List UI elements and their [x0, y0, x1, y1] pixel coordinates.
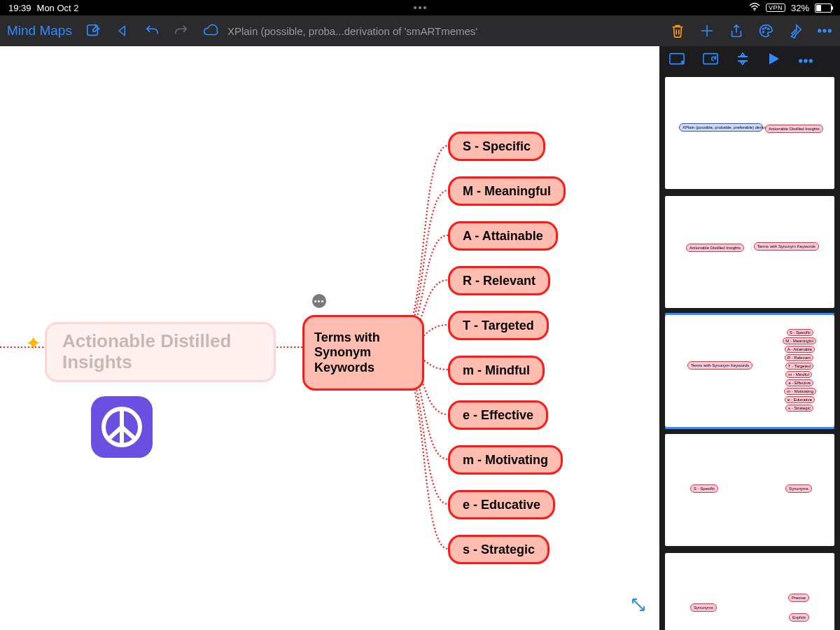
panel-split-icon[interactable]: [736, 52, 749, 69]
more-icon[interactable]: [816, 22, 833, 39]
thumbnail-panel: XPlain (possible, probable, preferable) …: [659, 46, 840, 630]
leaf-node[interactable]: m - Motivating: [448, 445, 563, 475]
resize-handle-icon[interactable]: [630, 596, 647, 617]
svg-point-5: [762, 31, 764, 33]
add-icon[interactable]: [699, 22, 715, 39]
svg-point-8: [829, 29, 832, 32]
undo-icon[interactable]: [144, 22, 160, 39]
vpn-badge: VPN: [766, 4, 785, 12]
svg-point-2: [762, 28, 764, 29]
thumbnail[interactable]: S - Specific Synonyms: [665, 434, 834, 546]
svg-point-11: [799, 59, 802, 62]
thumbnail[interactable]: Terms with Synonym Keywords S - Specific…: [665, 315, 834, 427]
app-toolbar: Mind Maps XPlain (possible, proba...deri…: [0, 15, 840, 46]
thumbnail[interactable]: Actionable Distilled Insights Terms with…: [665, 196, 834, 308]
panel-add-slide-icon[interactable]: [669, 52, 685, 68]
mindmap-canvas[interactable]: ✦ Actionable Distilled Insights ••• Term…: [0, 46, 659, 630]
svg-point-0: [754, 9, 755, 10]
cloud-icon[interactable]: [202, 22, 219, 39]
parent-node-label: Actionable Distilled Insights: [62, 331, 258, 373]
svg-point-7: [823, 29, 826, 32]
svg-point-13: [810, 59, 813, 62]
document-title[interactable]: XPlain (possible, proba...derivation of …: [227, 25, 477, 37]
leaf-node[interactable]: e - Effective: [448, 400, 548, 430]
spark-icon: ✦: [25, 332, 41, 355]
battery-pct: 32%: [791, 3, 809, 13]
back-caret-icon[interactable]: [114, 22, 131, 39]
trash-icon[interactable]: [669, 22, 686, 39]
svg-point-3: [765, 27, 766, 29]
leaf-node[interactable]: s - Strategic: [448, 535, 550, 564]
multitask-indicator-icon[interactable]: [414, 6, 426, 9]
status-date: Mon Oct 2: [37, 3, 79, 13]
back-button[interactable]: Mind Maps: [7, 23, 72, 38]
thumbnail[interactable]: Synonyms Precise Explicit: [665, 553, 834, 630]
ios-status-bar: 19:39 Mon Oct 2 VPN 32%: [0, 0, 840, 15]
peace-icon[interactable]: [91, 396, 153, 458]
svg-point-4: [768, 28, 769, 29]
leaf-node[interactable]: T - Targeted: [448, 311, 549, 340]
panel-toolbar: [659, 46, 840, 74]
center-node[interactable]: Terms with Synonym Keywords: [302, 315, 424, 391]
leaf-node[interactable]: e - Educative: [448, 490, 555, 519]
panel-play-icon[interactable]: [767, 52, 780, 69]
panel-more-icon[interactable]: [798, 54, 813, 66]
share-icon[interactable]: [728, 22, 745, 39]
collapse-handle-icon[interactable]: •••: [312, 294, 326, 308]
panel-refresh-slide-icon[interactable]: [703, 52, 718, 68]
thumbnail[interactable]: XPlain (possible, probable, preferable) …: [665, 77, 834, 189]
palette-icon[interactable]: [757, 22, 774, 39]
battery-icon: [815, 4, 832, 13]
leaf-node[interactable]: S - Specific: [448, 132, 545, 161]
parent-node[interactable]: Actionable Distilled Insights: [45, 322, 276, 382]
leaf-node[interactable]: M - Meaningful: [448, 176, 566, 206]
redo-icon[interactable]: [173, 22, 190, 39]
wifi-icon: [749, 3, 760, 13]
brush-icon[interactable]: [787, 22, 804, 39]
leaf-node[interactable]: m - Mindful: [448, 356, 545, 385]
compose-icon[interactable]: [85, 22, 102, 39]
leaf-node[interactable]: A - Attainable: [448, 221, 558, 251]
status-time: 19:39: [8, 3, 31, 13]
leaf-node[interactable]: R - Relevant: [448, 266, 550, 295]
thumbnail-list[interactable]: XPlain (possible, probable, preferable) …: [665, 77, 834, 630]
svg-point-6: [818, 29, 821, 32]
center-node-label: Terms with Synonym Keywords: [314, 330, 412, 376]
svg-point-12: [804, 59, 807, 62]
